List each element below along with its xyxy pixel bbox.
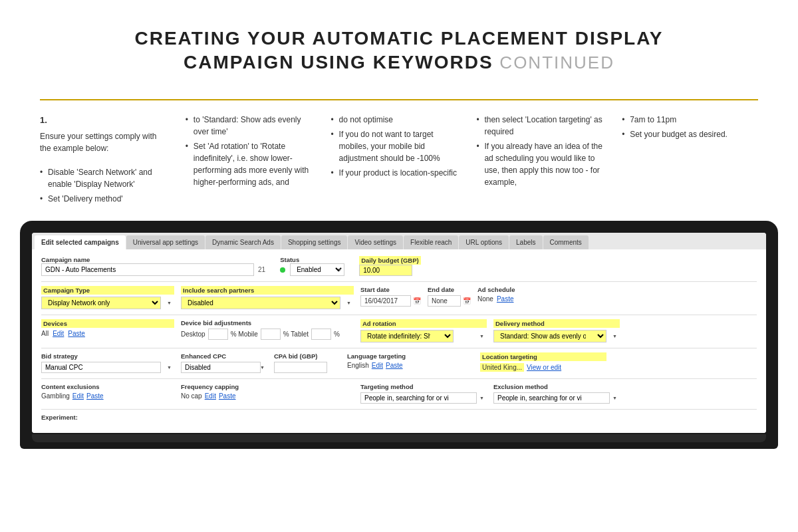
exclusion-method-select-wrapper: People in, searching for or vi	[493, 392, 620, 404]
campaign-name-input[interactable]	[41, 263, 254, 276]
status-group: Status Enabled	[280, 256, 344, 276]
bullet-item: Set 'Delivery method'	[40, 193, 167, 205]
ad-schedule-group: Ad schedule None Paste	[477, 286, 515, 303]
end-date-input[interactable]	[428, 295, 461, 307]
frequency-capping-label: Frequency capping	[181, 383, 354, 390]
end-date-label: End date	[428, 286, 471, 293]
frequency-edit[interactable]: Edit	[205, 392, 216, 400]
desktop-label: Desktop	[181, 331, 205, 338]
instructions-col2: to 'Standard: Show ads evenly over time'…	[176, 114, 322, 208]
end-date-calendar-icon[interactable]: 📅	[463, 297, 471, 305]
mobile-bid-input[interactable]	[261, 329, 281, 340]
page-title: CREATING YOUR AUTOMATIC PLACEMENT DISPLA…	[40, 27, 758, 75]
divider-4	[41, 378, 757, 379]
delivery-method-label: Delivery method	[493, 319, 620, 328]
ad-schedule-label: Ad schedule	[477, 286, 515, 293]
status-select[interactable]: Enabled	[290, 263, 344, 276]
location-value: United King...	[480, 363, 524, 372]
tablet-bid-input[interactable]	[311, 329, 331, 340]
devices-values: All Edit Paste	[41, 330, 174, 337]
experiment-label: Experiment:	[41, 414, 78, 421]
exclusion-method-group: Exclusion method People in, searching fo…	[493, 383, 620, 404]
ad-rotation-select-wrapper: Rotate indefinitely: Show low	[360, 330, 487, 342]
location-view-edit[interactable]: View or edit	[527, 364, 561, 371]
col3-bullets: do not optimise If you do not want to ta…	[331, 114, 458, 179]
campaign-type-row: Campaign Type Display Network only Inclu…	[41, 286, 757, 309]
bullet-item: If you already have an idea of the ad sc…	[476, 140, 603, 188]
include-search-select[interactable]: Disabled	[181, 297, 340, 309]
divider-1	[41, 281, 757, 282]
delivery-method-select-wrapper: Standard: Show ads evenly o	[493, 330, 620, 342]
delivery-method-select[interactable]: Standard: Show ads evenly o	[493, 330, 606, 342]
ad-rotation-select[interactable]: Rotate indefinitely: Show low	[360, 330, 454, 342]
tab-video[interactable]: Video settings	[348, 235, 403, 249]
tab-comments[interactable]: Comments	[543, 235, 589, 249]
desktop-bid-input[interactable]	[208, 329, 228, 340]
device-bid-row: Desktop % Mobile % Tablet %	[181, 329, 354, 340]
daily-budget-input[interactable]	[359, 265, 412, 276]
include-search-select-wrapper: Disabled	[181, 297, 354, 309]
devices-row: Devices All Edit Paste Device bid adjust…	[41, 319, 757, 342]
devices-label: Devices	[41, 319, 174, 328]
devices-group: Devices All Edit Paste	[41, 319, 174, 337]
instructions-col-intro: 1. Ensure your settings comply with the …	[40, 114, 176, 208]
status-label: Status	[280, 256, 344, 263]
campaign-type-select[interactable]: Display Network only	[41, 297, 161, 309]
daily-budget-label: Daily budget (GBP)	[359, 256, 421, 265]
end-date-group: End date 📅	[428, 286, 471, 307]
header: CREATING YOUR AUTOMATIC PLACEMENT DISPLA…	[0, 0, 798, 88]
step-number: 1.	[40, 114, 167, 127]
tab-edit-campaigns[interactable]: Edit selected campaigns	[35, 235, 126, 249]
language-edit[interactable]: Edit	[372, 362, 383, 369]
bid-strategy-row: Bid strategy Manual CPC Enhanced CPC Dis…	[41, 352, 757, 373]
devices-edit[interactable]: Edit	[53, 330, 64, 337]
laptop-base	[32, 434, 766, 442]
tab-universal-app[interactable]: Universal app settings	[126, 235, 205, 249]
include-search-group: Include search partners Disabled	[181, 286, 354, 309]
campaign-type-label: Campaign Type	[41, 286, 174, 295]
cpa-bid-label: CPA bid (GBP)	[274, 352, 340, 360]
tab-dynamic-search[interactable]: Dynamic Search Ads	[205, 235, 281, 249]
exclusion-method-label: Exclusion method	[493, 383, 620, 390]
language-value: English	[347, 362, 369, 369]
language-row: English Edit Paste	[347, 362, 473, 369]
tab-labels[interactable]: Labels	[509, 235, 542, 249]
ad-schedule-paste[interactable]: Paste	[497, 295, 514, 303]
tab-url-options[interactable]: URL options	[459, 235, 509, 249]
frequency-row: No cap Edit Paste	[181, 392, 354, 400]
devices-paste[interactable]: Paste	[68, 330, 85, 337]
experiment-row: Experiment:	[41, 414, 757, 421]
campaign-name-group: Campaign name 21	[41, 256, 265, 276]
start-date-group: Start date 📅	[360, 286, 421, 307]
divider-3	[41, 348, 757, 348]
bullet-item: do not optimise	[331, 114, 458, 126]
mobile-label: % Mobile	[231, 331, 258, 338]
enhanced-cpc-select[interactable]: Disabled	[181, 362, 261, 373]
start-date-input[interactable]	[360, 295, 411, 307]
exclusion-method-select[interactable]: People in, searching for or vi	[493, 392, 610, 404]
language-paste[interactable]: Paste	[386, 362, 403, 369]
col1-bullets: Disable 'Search Network' and enable 'Dis…	[40, 166, 167, 205]
status-select-wrapper: Enabled	[290, 263, 344, 276]
campaign-name-row: Campaign name 21 Status Enabled	[41, 256, 757, 276]
enhanced-cpc-group: Enhanced CPC Disabled	[181, 352, 267, 373]
content-row: Content exclusions Gambling Edit Paste F…	[41, 383, 757, 404]
frequency-capping-group: Frequency capping No cap Edit Paste	[181, 383, 354, 400]
cpa-bid-input[interactable]	[274, 362, 327, 373]
targeting-method-select[interactable]: People in, searching for or vi	[360, 392, 477, 404]
campaign-name-label: Campaign name	[41, 256, 265, 263]
frequency-paste[interactable]: Paste	[219, 392, 236, 400]
start-date-calendar-icon[interactable]: 📅	[413, 297, 421, 305]
bid-strategy-select[interactable]: Manual CPC	[41, 362, 161, 373]
content-edit[interactable]: Edit	[72, 392, 84, 400]
content-paste[interactable]: Paste	[86, 392, 104, 400]
campaign-type-select-wrapper: Display Network only	[41, 297, 174, 309]
location-row: United King... View or edit	[480, 363, 606, 372]
laptop-mockup: Edit selected campaigns Universal app se…	[20, 221, 778, 449]
bullet-item: If your product is location-specific	[331, 167, 458, 179]
tab-shopping[interactable]: Shopping settings	[281, 235, 348, 249]
tab-flexible-reach[interactable]: Flexible reach	[404, 235, 458, 249]
targeting-method-label: Targeting method	[360, 383, 487, 390]
content-exclusions-group: Content exclusions Gambling Edit Paste	[41, 383, 174, 400]
device-bid-label: Device bid adjustments	[181, 319, 354, 327]
